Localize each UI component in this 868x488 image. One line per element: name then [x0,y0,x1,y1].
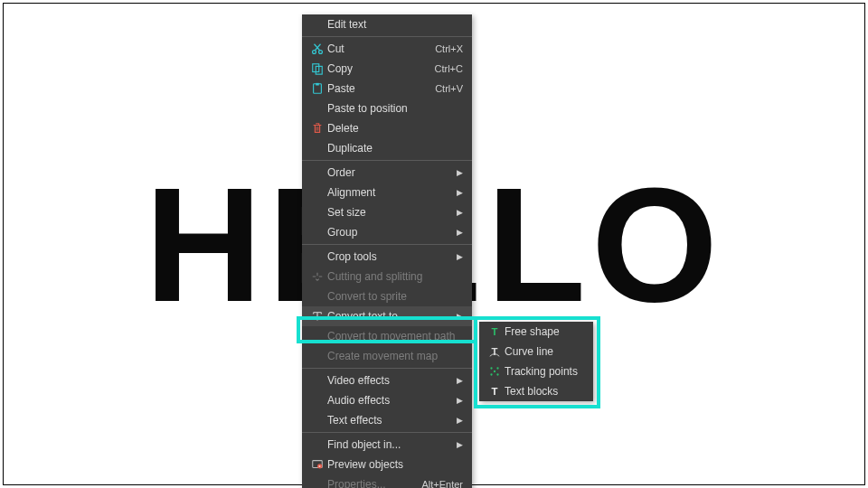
menu-item-label: Delete [327,122,463,135]
svg-point-13 [496,373,498,375]
submenu-item[interactable]: TCurve line [479,342,593,361]
context_menu-item: Create movement map [302,346,472,366]
text-icon [307,310,327,323]
context_menu-item: Convert to movement path [302,326,472,346]
context_menu-item[interactable]: PasteCtrl+V [302,79,472,99]
menu-shortcut: Ctrl+C [435,63,463,74]
menu-item-label: Curve line [505,345,584,358]
menu-item-label: Duplicate [327,142,463,155]
split-icon [307,270,327,283]
menu-item-label: Convert to movement path [327,330,476,343]
menu-item-label: Set size [327,206,454,219]
menu-item-label: Create movement map [327,350,463,362]
svg-point-1 [319,51,323,54]
submenu-arrow-icon: ▶ [454,228,463,237]
submenu-item[interactable]: Tracking points [479,361,593,381]
svg-point-10 [490,367,492,369]
context_menu-item[interactable]: Edit text [302,14,472,34]
menu-item-label: Tracking points [505,365,599,378]
submenu-arrow-icon: ▶ [454,252,463,261]
menu-item-label: Cut [327,42,435,55]
menu-item-label: Convert to sprite [327,290,463,303]
menu-item-label: Copy [327,62,435,75]
submenu-arrow-icon: ▶ [454,440,463,449]
cut-icon [307,42,327,55]
context_menu-item[interactable]: Audio effects▶ [302,390,472,410]
menu-item-label: Preview objects [327,458,463,471]
paste-icon [307,82,327,95]
svg-rect-5 [316,83,319,86]
context_menu-item[interactable]: Order▶ [302,163,472,183]
text-blocks-icon: T [485,385,505,398]
menu-separator [302,368,472,369]
svg-point-11 [496,367,498,369]
context_menu-item: Properties...Alt+Enter [302,474,472,488]
context_menu-item[interactable]: Duplicate [302,138,472,158]
curve-line-icon: T [485,345,505,358]
menu-item-label: Free shape [505,325,584,338]
menu-shortcut: Alt+Enter [421,479,463,488]
context_menu-item: Convert to sprite [302,286,472,306]
menu-item-label: Text blocks [505,385,584,398]
submenu-arrow-icon: ▶ [454,416,463,425]
context_menu-item[interactable]: Crop tools▶ [302,247,472,267]
context_menu-item[interactable]: Preview objects [302,455,472,474]
svg-text:T: T [492,386,498,397]
context_menu-item[interactable]: Find object in...▶ [302,435,472,455]
menu-separator [302,244,472,245]
context_menu-item: Cutting and splitting [302,267,472,286]
context_menu-item[interactable]: Video effects▶ [302,371,472,390]
menu-item-label: Find object in... [327,438,454,451]
svg-point-12 [490,373,492,375]
menu-shortcut: Ctrl+X [435,43,463,54]
context_menu-item[interactable]: Delete [302,118,472,138]
menu-separator [302,160,472,161]
context_menu-item[interactable]: CopyCtrl+C [302,59,472,79]
submenu-arrow-icon: ▶ [454,168,463,177]
menu-item-label: Convert text to... [327,310,454,323]
menu-item-label: Order [327,166,454,179]
menu-item-label: Text effects [327,414,454,427]
submenu-arrow-icon: ▶ [454,376,463,385]
submenu-item[interactable]: TFree shape [479,322,593,342]
svg-point-0 [313,51,316,54]
submenu-arrow-icon: ▶ [454,208,463,217]
context_menu-item[interactable]: CutCtrl+X [302,39,472,59]
submenu-arrow-icon: ▶ [454,396,463,405]
submenu-item[interactable]: TText blocks [479,381,593,401]
preview-icon [307,458,327,471]
context_menu-item[interactable]: Convert text to...▶ [302,306,472,326]
menu-item-label: Audio effects [327,394,454,407]
copy-icon [307,62,327,75]
submenu-arrow-icon: ▶ [454,312,463,321]
menu-item-label: Crop tools [327,250,454,263]
submenu-arrow-icon: ▶ [454,188,463,197]
context_menu-item[interactable]: Paste to position [302,99,472,118]
menu-separator [302,36,472,37]
menu-item-label: Paste [327,82,435,95]
menu-item-label: Alignment [327,186,454,199]
context-menu[interactable]: Edit textCutCtrl+XCopyCtrl+CPasteCtrl+VP… [302,14,472,488]
context_menu-item[interactable]: Text effects▶ [302,410,472,430]
context_menu-item[interactable]: Group▶ [302,222,472,242]
menu-item-label: Video effects [327,374,454,387]
menu-item-label: Group [327,226,454,239]
menu-shortcut: Ctrl+V [435,83,463,94]
convert-text-submenu[interactable]: TFree shapeTCurve lineTracking pointsTTe… [479,322,593,401]
menu-item-label: Edit text [327,18,463,31]
tracking-icon [485,365,505,378]
menu-separator [302,432,472,433]
svg-text:T: T [492,326,498,337]
context_menu-item[interactable]: Set size▶ [302,202,472,222]
menu-item-label: Cutting and splitting [327,270,463,283]
free-shape-icon: T [485,325,505,338]
context_menu-item[interactable]: Alignment▶ [302,183,472,202]
trash-icon [307,122,327,135]
svg-point-14 [494,371,495,372]
menu-item-label: Paste to position [327,102,463,115]
menu-item-label: Properties... [327,478,421,488]
